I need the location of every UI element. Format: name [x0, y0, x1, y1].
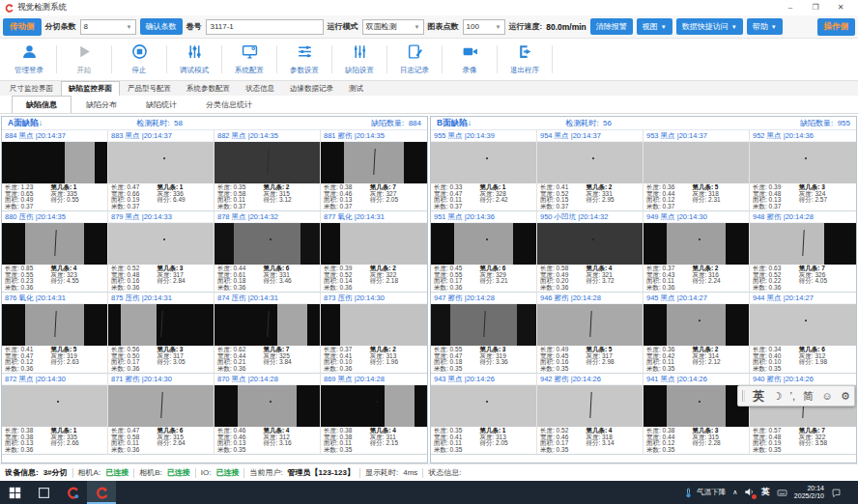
roll-number-input[interactable]: 3117-1 — [206, 19, 324, 35]
operator-side-button[interactable]: 操作侧 — [817, 18, 856, 36]
defect-cell[interactable]: 884 黑点 |20:14:37长度: 1.23宽度: 0.65面积: 0.49… — [2, 130, 108, 211]
defect-image[interactable] — [644, 304, 749, 347]
sub-tab-2[interactable]: 缺陷统计 — [131, 96, 191, 113]
defect-cell[interactable]: 946 擦伤 |20:14:28长度: 0.49宽度: 0.45面积: 0.16… — [537, 293, 644, 374]
main-tab-6[interactable]: 测试 — [341, 81, 371, 96]
defect-cell[interactable]: 871 擦伤 |20:14:30长度: 0.47宽度: 0.58面积: 0.11… — [108, 374, 214, 455]
defect-cell[interactable]: 955 黑点 |20:14:39长度: 0.33宽度: 0.47面积: 0.11… — [431, 130, 537, 211]
defect-image[interactable] — [537, 385, 643, 428]
defect-cell[interactable]: 948 擦伤 |20:14:28长度: 0.63宽度: 0.52面积: 0.22… — [750, 211, 856, 293]
action-exit[interactable]: 退出程序 — [498, 39, 552, 80]
main-tab-3[interactable]: 系统参数配置 — [179, 81, 238, 96]
defect-cell[interactable]: 950 小凹坑 |20:14:32长度: 0.58宽度: 0.49面积: 0.2… — [537, 211, 644, 293]
defect-cell[interactable]: 876 氧化 |20:14:31长度: 0.41宽度: 0.47面积: 0.12… — [2, 293, 108, 374]
defect-cell[interactable]: 881 擦伤 |20:14:35长度: 0.38宽度: 0.46面积: 0.13… — [321, 130, 427, 211]
defect-cell[interactable]: 870 黑点 |20:14:28长度: 0.46宽度: 0.46面积: 0.13… — [214, 374, 321, 455]
defect-image[interactable] — [644, 142, 749, 184]
defect-image[interactable] — [2, 385, 107, 428]
defect-cell[interactable]: 949 黑点 |20:14:30长度: 0.37宽度: 0.43面积: 0.11… — [644, 211, 750, 293]
defect-cell[interactable]: 878 黑点 |20:14:32长度: 0.44宽度: 0.61面积: 0.18… — [214, 211, 321, 293]
sub-tab-1[interactable]: 缺陷分布 — [72, 96, 131, 113]
confirm-count-button[interactable]: 确认条数 — [140, 18, 183, 35]
defect-cell[interactable]: 873 压伤 |20:14:30长度: 0.37宽度: 0.41面积: 0.10… — [321, 293, 427, 374]
defect-image[interactable] — [108, 385, 214, 428]
defect-cell[interactable]: 869 黑点 |20:14:28长度: 0.38宽度: 0.38面积: 0.11… — [321, 374, 427, 455]
defect-image[interactable] — [537, 304, 643, 347]
defect-cell[interactable]: 872 黑点 |20:14:30长度: 0.38宽度: 0.38面积: 0.13… — [2, 374, 108, 455]
defect-image[interactable] — [431, 142, 536, 184]
defect-image[interactable] — [431, 223, 536, 266]
defect-cell[interactable]: 882 黑点 |20:14:35长度: 0.35宽度: 0.58面积: 0.11… — [214, 130, 321, 211]
keyboard-icon[interactable] — [777, 488, 787, 498]
start-button[interactable] — [0, 481, 29, 504]
action-camera[interactable]: 录像 — [443, 39, 497, 80]
weather-widget[interactable]: 气温下降 — [683, 488, 726, 498]
defect-cell[interactable]: 883 黑点 |20:14:37长度: 0.47宽度: 0.66面积: 0.19… — [108, 130, 214, 211]
main-tab-1[interactable]: 缺陷监控界面 — [61, 81, 120, 96]
action-defect[interactable]: 缺陷设置 — [332, 39, 386, 80]
defect-image[interactable] — [2, 142, 107, 184]
action-params[interactable]: 参数设置 — [277, 39, 331, 80]
defect-image[interactable] — [321, 385, 427, 428]
panel-title[interactable]: B面缺陷↓ — [437, 118, 472, 129]
defect-image[interactable] — [2, 223, 107, 266]
defect-cell[interactable]: 954 黑点 |20:14:37长度: 0.41宽度: 0.52面积: 0.15… — [537, 130, 644, 211]
defect-image[interactable] — [214, 223, 320, 266]
action-user[interactable]: 管理登录 — [2, 39, 56, 80]
slit-count-select[interactable]: 8▼ — [80, 19, 136, 35]
defect-image[interactable] — [750, 223, 856, 266]
run-mode-select[interactable]: 双面检测▼ — [362, 19, 424, 35]
defect-image[interactable] — [321, 304, 427, 347]
defect-cell[interactable]: 947 擦伤 |20:14:28长度: 0.55宽度: 0.47面积: 0.18… — [431, 293, 537, 374]
defect-cell[interactable]: 953 黑点 |20:14:37长度: 0.36宽度: 0.44面积: 0.12… — [644, 130, 750, 211]
defect-cell[interactable]: 952 黑点 |20:14:36长度: 0.39宽度: 0.48面积: 0.13… — [750, 130, 856, 211]
minimize-button[interactable]: – — [778, 1, 803, 14]
defect-image[interactable] — [214, 385, 320, 428]
drive-side-button[interactable]: 传动侧 — [3, 18, 42, 36]
defect-image[interactable] — [644, 223, 749, 266]
pinned-app-button[interactable] — [58, 481, 87, 504]
defect-cell[interactable]: 944 黑点 |20:14:27长度: 0.34宽度: 0.40面积: 0.10… — [750, 293, 856, 374]
task-view-button[interactable] — [29, 481, 58, 504]
defect-cell[interactable]: 941 黑点 |20:14:26长度: 0.38宽度: 0.44面积: 0.12… — [644, 374, 750, 455]
data-quick-access-button[interactable]: 数据快捷访问▼ — [676, 18, 743, 35]
main-tab-4[interactable]: 状态信息 — [238, 81, 282, 96]
defect-cell[interactable]: 875 压伤 |20:14:31长度: 0.56宽度: 0.50面积: 0.17… — [108, 293, 214, 374]
defect-image[interactable] — [537, 223, 643, 266]
defect-cell[interactable]: 942 擦伤 |20:14:26长度: 0.52宽度: 0.46面积: 0.17… — [537, 374, 644, 455]
sub-tab-0[interactable]: 缺陷信息 — [12, 96, 72, 113]
gear-icon[interactable]: ⚙ — [841, 390, 850, 403]
defect-cell[interactable]: 877 氧化 |20:14:31长度: 0.39宽度: 0.52面积: 0.14… — [321, 211, 427, 293]
defect-image[interactable] — [108, 223, 214, 266]
clear-alarm-button[interactable]: 清除报警 — [590, 18, 633, 35]
moon-icon[interactable]: ☽ — [773, 390, 783, 403]
hidden-icons-chevron[interactable]: ∧ — [732, 489, 737, 496]
help-menu-button[interactable]: 帮助▼ — [747, 18, 783, 35]
defect-cell[interactable]: 943 黑点 |20:14:26长度: 0.35宽度: 0.41面积: 0.11… — [431, 374, 537, 455]
defect-cell[interactable]: 945 黑点 |20:14:27长度: 0.36宽度: 0.42面积: 0.11… — [644, 293, 750, 374]
ime-lang-toggle[interactable]: 英 — [753, 388, 764, 405]
defect-image[interactable] — [750, 142, 856, 184]
defect-cell[interactable]: 951 黑点 |20:14:36长度: 0.45宽度: 0.55面积: 0.17… — [431, 211, 537, 293]
defect-cell[interactable]: 874 压伤 |20:14:31长度: 0.62宽度: 0.44面积: 0.21… — [214, 293, 321, 374]
running-app-button[interactable] — [87, 481, 116, 504]
taskbar-clock[interactable]: 20:142025/2/10 — [794, 485, 824, 500]
simplified-toggle[interactable]: 简 — [803, 389, 814, 404]
punctuation-toggle[interactable]: ’, — [790, 390, 796, 402]
action-monitor[interactable]: 系统配置 — [222, 39, 276, 80]
main-tab-0[interactable]: 尺寸监控界面 — [2, 81, 61, 96]
maximize-button[interactable]: ❐ — [803, 1, 828, 14]
ime-language-indicator[interactable]: 英 — [761, 487, 770, 498]
defect-image[interactable] — [214, 304, 320, 347]
sub-tab-3[interactable]: 分类信息统计 — [191, 96, 267, 113]
defect-image[interactable] — [750, 304, 856, 347]
defect-image[interactable] — [108, 142, 214, 184]
defect-image[interactable] — [321, 223, 427, 266]
main-tab-2[interactable]: 产品型号配置 — [120, 81, 179, 96]
defect-image[interactable] — [108, 304, 214, 347]
defect-cell[interactable]: 879 黑点 |20:14:33长度: 0.52宽度: 0.48面积: 0.16… — [108, 211, 214, 293]
ime-drag-handle[interactable] — [742, 390, 745, 402]
defect-cell[interactable]: 880 压伤 |20:14:35长度: 0.85宽度: 0.55面积: 0.23… — [2, 211, 108, 293]
defect-image[interactable] — [644, 385, 749, 428]
defect-image[interactable] — [2, 304, 107, 347]
